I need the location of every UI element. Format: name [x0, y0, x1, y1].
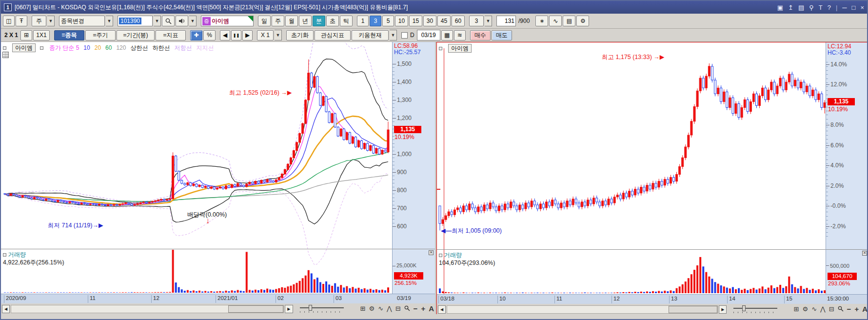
- volume-checkbox-icon[interactable]: [439, 254, 442, 257]
- help-icon[interactable]: ?: [828, 4, 831, 11]
- period-day-button[interactable]: 일: [258, 16, 271, 26]
- legend-item[interactable]: 상한선: [130, 44, 148, 52]
- scrollbar-thumb[interactable]: [228, 305, 283, 313]
- kiwoom-current-combo[interactable]: 키움현재: [352, 30, 389, 40]
- magnifier-icon[interactable]: [838, 306, 844, 313]
- date-input[interactable]: 03/19: [417, 30, 440, 40]
- daily-price-axis[interactable]: LC:58.96 HC:-25.57 1,135 10.19% ✕ 25,000…: [392, 42, 435, 294]
- search-icon[interactable]: [162, 16, 175, 26]
- scrollbar-right-arrow[interactable]: ▶: [719, 305, 727, 314]
- intraday-chart-canvas[interactable]: [437, 42, 826, 294]
- pushpin-icon[interactable]: ⚲: [809, 4, 814, 11]
- trendline-icon[interactable]: ⋀: [387, 305, 392, 312]
- cycle-combo[interactable]: 주: [32, 16, 46, 26]
- minute-45-button[interactable]: 45: [437, 16, 451, 26]
- stock-change-combo[interactable]: 종목변경: [59, 16, 105, 26]
- sync-item-button[interactable]: =종목: [54, 30, 84, 40]
- period-minute-button[interactable]: 분: [313, 16, 325, 26]
- minute-1-button[interactable]: 1: [357, 16, 369, 26]
- period-second-button[interactable]: 초: [326, 16, 339, 26]
- zoom-out-icon[interactable]: −: [847, 306, 851, 313]
- sell-button[interactable]: 매도: [492, 30, 512, 40]
- legend-item[interactable]: 10: [83, 44, 90, 51]
- minute-3-button[interactable]: 3: [370, 16, 381, 26]
- settings-gear-icon[interactable]: ⚙: [369, 305, 375, 312]
- zoom-slider[interactable]: [298, 304, 358, 313]
- sound-alert-icon[interactable]: [176, 16, 188, 26]
- scrollbar-left-arrow[interactable]: ◀: [438, 305, 446, 314]
- close-button[interactable]: ×: [860, 4, 864, 11]
- minute-10-button[interactable]: 10: [395, 16, 408, 26]
- settings-gear-icon[interactable]: ⚙: [576, 16, 589, 26]
- stock-change-combo-arrow[interactable]: ▼: [106, 16, 113, 26]
- favorite-indicator-button[interactable]: 관심지표: [315, 30, 351, 40]
- zoom-slider-handle[interactable]: [309, 305, 312, 311]
- symbol-chip[interactable]: 아이엠: [448, 44, 472, 53]
- indicator-wave-icon[interactable]: ∿: [811, 306, 817, 313]
- buy-button[interactable]: 매수: [470, 30, 491, 40]
- auto-scale-icon[interactable]: A: [862, 306, 868, 313]
- zoom-in-icon[interactable]: +: [421, 305, 425, 312]
- symbol-chip[interactable]: 아이엠: [12, 43, 36, 52]
- zoom-scale-combo-arrow[interactable]: ▼: [275, 30, 282, 40]
- text-tool-icon[interactable]: T: [819, 4, 823, 11]
- zoom-out-icon[interactable]: −: [414, 305, 418, 312]
- custom-minute-combo-arrow[interactable]: ▼: [485, 16, 492, 26]
- volume-close-icon[interactable]: ✕: [862, 251, 867, 256]
- auto-scale-icon[interactable]: A: [429, 305, 434, 312]
- layout-link-button[interactable]: ◫: [3, 16, 15, 26]
- bar-count-input[interactable]: 131: [496, 16, 516, 26]
- zoom-scale-combo[interactable]: X 1: [257, 30, 274, 40]
- minute-5-button[interactable]: 5: [382, 16, 394, 26]
- grid-1x1-button[interactable]: 1X1: [33, 30, 50, 40]
- scrollbar-thumb[interactable]: [669, 306, 717, 313]
- scrollbar-track[interactable]: [11, 305, 284, 313]
- minimize-button[interactable]: ─: [842, 4, 847, 11]
- calendar-icon[interactable]: ▦: [441, 30, 453, 40]
- legend-item[interactable]: 지지선: [196, 44, 214, 52]
- date-checkbox[interactable]: [401, 32, 408, 39]
- scrollbar-left-arrow[interactable]: ◀: [2, 305, 10, 313]
- legend-item[interactable]: 120: [116, 44, 126, 51]
- volume-checkbox-icon[interactable]: [3, 253, 6, 257]
- sync-indicator-button[interactable]: =지표: [156, 30, 186, 40]
- custom-minute-combo[interactable]: 3: [469, 16, 484, 26]
- daily-date-axis[interactable]: 03/19 2020/0911122021/010203: [1, 294, 435, 303]
- chart-box-icon[interactable]: ⊟: [395, 305, 401, 312]
- settings-gear-icon[interactable]: ⚙: [802, 306, 808, 313]
- scroll-left-button[interactable]: ◀: [220, 30, 230, 40]
- legend-checkbox-icon[interactable]: [439, 47, 442, 50]
- intraday-price-chart[interactable]: 아이엠 최고 1,175 (13:33) →▶ ◀—최저 1,005 (09:0…: [437, 42, 826, 294]
- period-tick-button[interactable]: 틱: [340, 16, 353, 26]
- grid-select-icon[interactable]: ⊞: [20, 30, 32, 40]
- period-month-button[interactable]: 월: [285, 16, 298, 26]
- period-week-button[interactable]: 주: [272, 16, 284, 26]
- stock-name-field[interactable]: 증 아이엠: [201, 16, 254, 26]
- legend-checkbox-icon[interactable]: [40, 46, 43, 50]
- indicator-wave-icon[interactable]: ∿: [378, 305, 383, 312]
- sound-combo-arrow[interactable]: ▼: [189, 16, 197, 26]
- cycle-combo-arrow[interactable]: ▼: [47, 16, 55, 26]
- scrollbar-right-arrow[interactable]: ▶: [285, 305, 293, 313]
- kiwoom-current-combo-arrow[interactable]: ▼: [390, 30, 397, 40]
- percent-button[interactable]: %: [203, 30, 216, 40]
- stock-code-input[interactable]: 101390: [118, 16, 153, 26]
- legend-item[interactable]: 저항선: [174, 44, 192, 52]
- volume-close-icon[interactable]: ✕: [429, 250, 434, 255]
- duplicate-window-icon[interactable]: ▤: [798, 4, 804, 11]
- sync-cycle-button[interactable]: =주기: [85, 30, 116, 40]
- intraday-percent-axis[interactable]: LC:12.94 HC:-3.40 1,135 10.19% ✕ 500,000…: [826, 42, 868, 294]
- period-year-button[interactable]: 년: [299, 16, 312, 26]
- zoom-in-icon[interactable]: +: [854, 306, 859, 313]
- scrollbar-track[interactable]: [447, 305, 718, 314]
- move-cross-icon[interactable]: ✚: [190, 30, 202, 40]
- price-grid-toggle-icon[interactable]: [2, 52, 9, 58]
- copy-window-icon[interactable]: ▣: [777, 4, 783, 11]
- zoom-slider-handle[interactable]: [742, 305, 746, 311]
- minute-15-button[interactable]: 15: [409, 16, 422, 26]
- legend-checkbox-icon[interactable]: [3, 46, 6, 50]
- minute-30-button[interactable]: 30: [423, 16, 436, 26]
- reset-button[interactable]: 초기화: [286, 30, 314, 40]
- add-chart-icon[interactable]: ∿: [549, 16, 562, 26]
- minute-60-button[interactable]: 60: [452, 16, 465, 26]
